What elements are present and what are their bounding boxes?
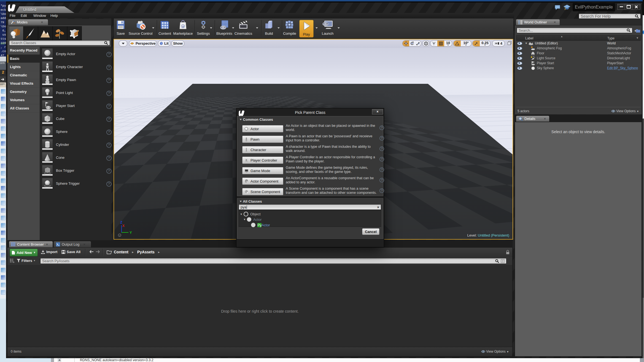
svg-text:+: + <box>634 29 637 33</box>
svg-text:i: i <box>520 117 521 120</box>
svg-text:u: u <box>182 25 184 28</box>
svg-text:Y: Y <box>130 230 132 235</box>
svg-text:Z: Z <box>120 220 122 224</box>
svg-text:X: X <box>122 224 125 228</box>
svg-text:?: ? <box>119 234 120 237</box>
